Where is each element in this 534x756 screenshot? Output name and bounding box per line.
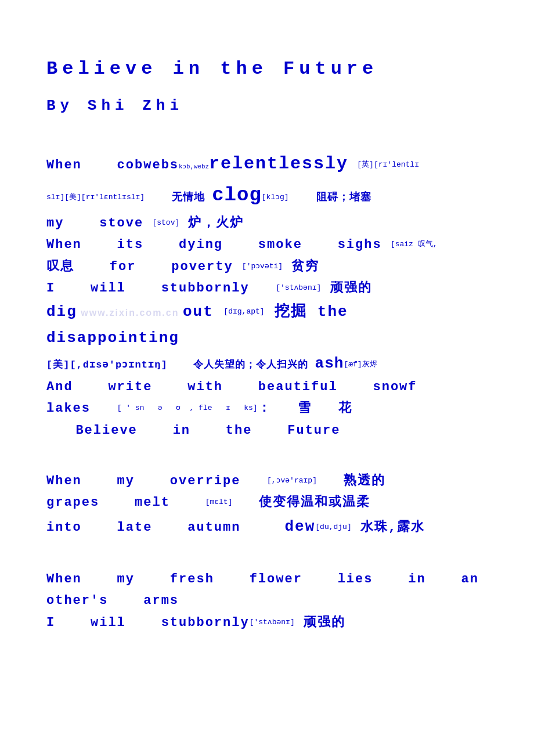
line-4: I will stubbornly ['stʌbənɪ] 顽强的 <box>46 278 488 299</box>
stanza-1: When cobwebskɔb,webzrelentlessly [英][rɪ'… <box>46 149 488 441</box>
relentlessly-word: relentlessly <box>209 154 348 174</box>
line-11: When my fresh flower lies in an <box>46 568 488 590</box>
author: By Shi Zhi <box>46 97 488 114</box>
line-1: When cobwebskɔb,webzrelentlessly [英][rɪ'… <box>46 149 488 179</box>
cobwebs-phonetic: kɔb,webz <box>179 160 209 168</box>
poverty-phonetic: ['pɔvəti] <box>242 262 283 271</box>
line-3: When its dying smoke sighs [saiz 叹气, <box>46 234 488 255</box>
line-8: When my overripe [,ɔvə'raɪp] 熟透的 <box>46 470 488 492</box>
stubbornly2-phonetic: ['stʌbənɪ] <box>250 618 295 627</box>
line-9: grapes melt [mɛlt] 使变得温和或温柔 <box>46 492 488 513</box>
line-12: other's arms <box>46 590 488 611</box>
line-10: into late autumn dew[du,dju] 水珠,露水 <box>46 514 488 539</box>
clog-word: clog <box>212 184 262 206</box>
title: Believe in the Future <box>46 58 488 80</box>
line-5b: [美][,dɪsə'pɔɪntɪŋ] 令人失望的；令人扫兴的 ash[æf]灰烬 <box>46 351 488 376</box>
line-13: I will stubbornly['stʌbənɪ] 顽强的 <box>46 612 488 633</box>
stanza-3: When my fresh flower lies in an other's … <box>46 568 488 633</box>
line-7: Believe in the Future <box>46 420 488 441</box>
line-3b: 叹息 for poverty ['pɔvəti] 贫穷 <box>46 256 488 278</box>
line-2: my stove [stov] 炉，火炉 <box>46 213 488 234</box>
relentlessly-phonetic: [英][rɪ'lentlɪ <box>357 160 419 169</box>
line-6: And write with beautiful snowf <box>46 376 488 398</box>
stanza-2: When my overripe [,ɔvə'raɪp] 熟透的 grapes … <box>46 470 488 539</box>
dig-phonetic: [dɪg,apt] <box>223 307 264 316</box>
line-5: dig www.zixin.com.cn out [dɪg,apt] 挖掘 th… <box>46 299 488 350</box>
stubbornly-phonetic: ['stʌbənɪ] <box>276 283 321 292</box>
stove-phonetic: [stov] <box>152 218 179 227</box>
melt-phonetic: [mɛlt] <box>205 498 233 507</box>
dew-word: dew <box>284 518 315 535</box>
line-1b: slɪ][美][rɪ'lɛntlɪslɪ] 无情地 clog[klɔg] 阻碍；… <box>46 179 488 213</box>
watermark: www.zixin.com.cn <box>77 308 183 318</box>
dew-phonetic: [du,dju] <box>315 523 351 531</box>
line-6b: lakes [ ' sn ə ʊ , fle ɪ ks]： 雪 花 <box>46 398 488 419</box>
sighs-phonetic: [saiz 叹气, <box>391 240 438 249</box>
clog-phonetic: [klɔg] <box>262 193 289 201</box>
overripe-phonetic: [,ɔvə'raɪp] <box>267 476 317 485</box>
